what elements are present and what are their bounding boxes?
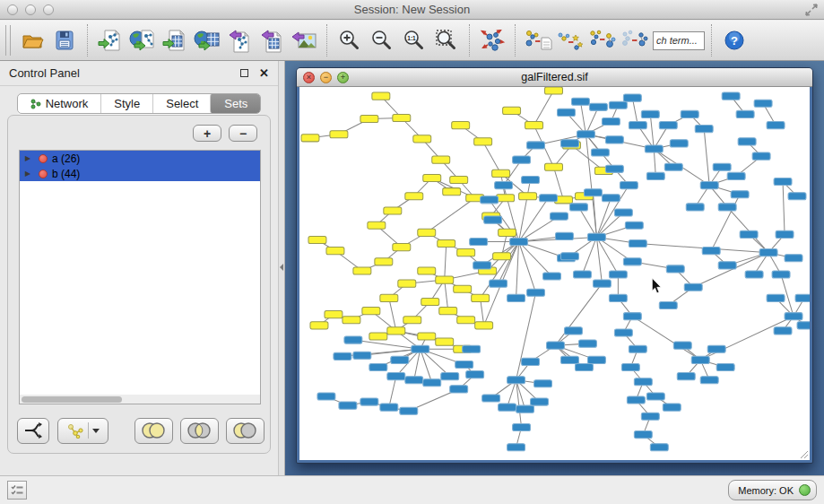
graph-node-blue[interactable] [473,262,491,269]
split-set-button[interactable] [17,418,49,444]
graph-node-yellow[interactable] [384,207,402,214]
graph-node-blue[interactable] [609,271,627,278]
graph-node-blue[interactable] [670,140,688,147]
graph-node-yellow[interactable] [457,249,475,256]
graph-node-blue[interactable] [605,136,623,143]
graph-node-blue[interactable] [740,230,758,238]
graph-node-blue[interactable] [423,379,441,387]
graph-node-blue[interactable] [664,163,682,170]
graph-node-blue[interactable] [507,294,525,301]
sets-list-hscrollbar[interactable] [19,395,261,404]
network-frame-titlebar[interactable]: × − + galFiltered.sif [297,68,812,87]
graph-node-blue[interactable] [700,377,718,384]
zoom-out-button[interactable] [366,23,398,57]
graph-edge[interactable] [711,195,740,251]
window-minimize-button[interactable] [25,4,36,15]
network-frame[interactable]: × − + galFiltered.sif [296,67,813,464]
graph-edge[interactable] [596,237,602,283]
graph-node-blue[interactable] [722,92,740,100]
graph-node-yellow[interactable] [308,236,326,243]
graph-node-blue[interactable] [772,271,790,278]
graph-node-blue[interactable] [555,232,573,239]
graph-node-blue[interactable] [490,280,507,287]
graph-node-blue[interactable] [621,363,639,370]
graph-node-blue[interactable] [527,289,545,296]
graph-edge[interactable] [783,182,785,235]
graph-node-blue[interactable] [507,377,525,384]
graph-node-blue[interactable] [629,122,646,129]
graph-node-blue[interactable] [551,213,568,220]
graph-node-blue[interactable] [484,216,502,223]
add-set-button[interactable]: + [193,125,221,142]
graph-node-yellow[interactable] [418,333,436,340]
set-row[interactable]: ▶b (44) [20,166,260,181]
graph-node-blue[interactable] [334,352,351,360]
graph-node-blue[interactable] [577,131,594,138]
graph-node-blue[interactable] [540,195,558,202]
graph-node-blue[interactable] [564,327,582,335]
graph-node-blue[interactable] [513,156,531,163]
graph-node-blue[interactable] [718,204,736,211]
graph-node-blue[interactable] [691,356,709,363]
network-graph[interactable] [299,87,810,460]
graph-edge[interactable] [519,241,536,292]
graph-node-blue[interactable] [573,271,591,278]
graph-node-yellow[interactable] [330,131,348,138]
graph-node-blue[interactable] [369,363,387,370]
create-set-from-network-button[interactable] [57,418,108,444]
tab-network[interactable]: Network [18,94,101,113]
graph-node-yellow[interactable] [393,244,411,251]
graph-node-blue[interactable] [767,122,785,129]
graph-node-blue[interactable] [591,149,609,156]
graph-node-blue[interactable] [776,230,794,238]
zoom-fit-button[interactable] [430,23,463,57]
graph-node-blue[interactable] [650,444,668,451]
window-zoom-button[interactable] [43,4,54,15]
graph-node-blue[interactable] [736,110,754,117]
graph-node-blue[interactable] [759,249,777,256]
graph-edge[interactable] [445,244,447,281]
graph-node-blue[interactable] [587,233,605,240]
set-difference-button[interactable] [226,418,265,444]
network-intersection-button[interactable] [619,23,651,57]
graph-node-yellow[interactable] [310,322,328,329]
graph-node-blue[interactable] [400,407,418,414]
graph-node-blue[interactable] [659,301,677,308]
graph-node-yellow[interactable] [369,333,387,340]
graph-node-blue[interactable] [684,283,702,291]
graph-node-blue[interactable] [713,163,731,170]
graph-node-yellow[interactable] [492,169,510,177]
graph-node-yellow[interactable] [353,267,371,274]
graph-node-blue[interactable] [609,294,627,301]
graph-node-blue[interactable] [339,402,357,409]
dropdown-arrow-icon[interactable] [92,429,100,433]
graph-node-blue[interactable] [774,178,792,185]
graph-node-blue[interactable] [360,398,378,405]
graph-node-yellow[interactable] [525,122,543,129]
graph-node-blue[interactable] [645,145,663,152]
zoom-actual-size-button[interactable]: 1:1 [398,23,430,57]
hscroll-thumb[interactable] [22,396,122,403]
search-input[interactable] [653,31,705,50]
panel-splitter[interactable] [278,61,285,475]
graph-edge[interactable] [483,142,501,174]
graph-node-blue[interactable] [614,329,632,336]
graph-node-yellow[interactable] [405,193,423,200]
open-session-button[interactable] [16,23,48,57]
graph-node-blue[interactable] [560,140,578,147]
close-panel-icon[interactable]: ✕ [259,67,269,79]
graph-node-blue[interactable] [702,248,720,255]
graph-node-blue[interactable] [686,204,704,211]
graph-node-blue[interactable] [605,165,623,172]
graph-node-yellow[interactable] [443,188,461,196]
graph-node-yellow[interactable] [421,298,439,305]
graph-edge[interactable] [516,241,519,298]
network-canvas[interactable] [299,87,810,460]
zoom-in-button[interactable] [334,23,366,57]
graph-node-blue[interactable] [677,373,695,380]
graph-node-yellow[interactable] [436,276,454,283]
graph-node-yellow[interactable] [362,308,380,315]
graph-node-blue[interactable] [534,380,552,387]
graph-edge[interactable] [389,377,396,407]
graph-edge[interactable] [427,198,475,233]
